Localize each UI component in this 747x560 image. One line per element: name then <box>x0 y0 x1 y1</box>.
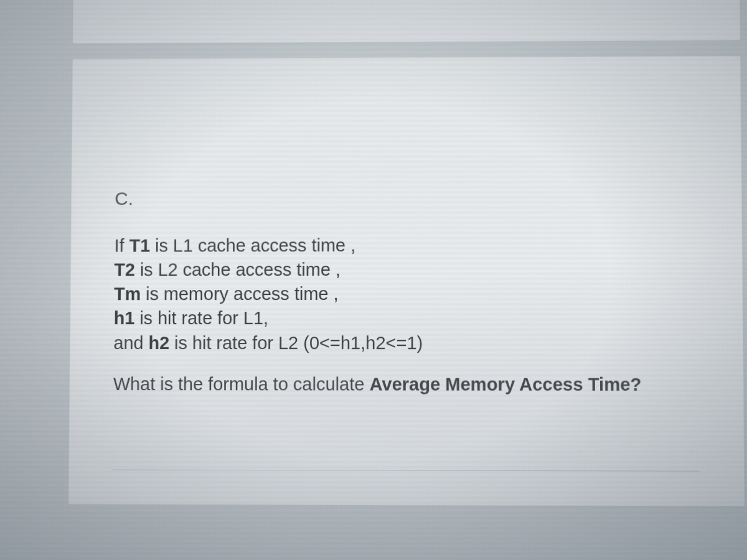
item-label: C. <box>115 187 697 209</box>
variable-h2: h2 <box>148 333 169 353</box>
prompt-emphasis: Average Memory Access Time? <box>369 374 641 394</box>
previous-card-fragment <box>73 0 741 44</box>
text-fragment: and <box>113 333 148 353</box>
definition-line-t1: If T1 is L1 cache access time , <box>115 233 698 258</box>
definition-line-h2: and h2 is hit rate for L2 (0<=h1,h2<=1) <box>113 331 698 355</box>
variable-tm: Tm <box>114 284 141 304</box>
text-fragment: If <box>115 236 129 256</box>
text-fragment: What is the formula to calculate <box>113 374 370 394</box>
definition-line-tm: Tm is memory access time , <box>114 282 698 307</box>
text-fragment: is L1 cache access time , <box>150 235 355 255</box>
variable-t1: T1 <box>129 236 150 256</box>
text-fragment: is hit rate for L2 (0<=h1,h2<=1) <box>169 333 423 353</box>
text-fragment: is L2 cache access time , <box>135 259 341 279</box>
question-prompt: What is the formula to calculate Average… <box>113 374 699 395</box>
section-divider <box>113 469 700 471</box>
page-area: C. If T1 is L1 cache access time , T2 is… <box>68 0 746 560</box>
definition-line-h1: h1 is hit rate for L1, <box>114 306 698 330</box>
text-fragment: is memory access time , <box>141 284 339 304</box>
question-body: If T1 is L1 cache access time , T2 is L2… <box>113 233 698 355</box>
question-card: C. If T1 is L1 cache access time , T2 is… <box>68 56 745 506</box>
text-fragment: is hit rate for L1, <box>134 309 268 329</box>
variable-t2: T2 <box>114 260 135 280</box>
definition-line-t2: T2 is L2 cache access time , <box>114 258 698 282</box>
variable-h1: h1 <box>114 309 135 329</box>
